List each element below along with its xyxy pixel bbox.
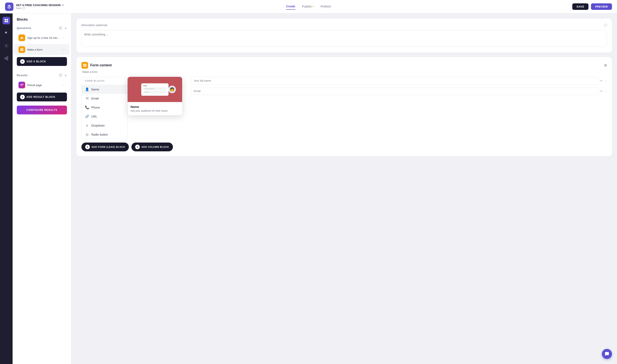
description-card: Description (optional) i: [77, 18, 612, 53]
preview-content: Name Ask your audience for their name.: [128, 102, 182, 115]
svg-rect-8: [21, 50, 23, 50]
sidebar-icon-share[interactable]: [2, 55, 10, 62]
sidebar-icon-flag[interactable]: [2, 29, 10, 37]
sidebar-icon-grid[interactable]: [2, 17, 10, 24]
form-field-row-email: ✏ ···: [191, 87, 607, 95]
results-chevron: ▲: [64, 74, 67, 77]
tab-analyze[interactable]: Analyze: [321, 4, 331, 10]
dropdown-icon: ∨: [85, 123, 89, 127]
form-block-url[interactable]: 🔗 URL: [82, 112, 127, 121]
block-icon-result: [18, 82, 25, 88]
form-subtitle: Make a form: [81, 70, 607, 74]
form-blocks-container: FORM BLOCKS 👤 Name ✉ Email 📞 Phone �: [81, 77, 607, 139]
blocks-panel: Blocks Questions 2 ▲ Sign up for a free …: [13, 13, 71, 364]
results-count: 1: [58, 73, 63, 78]
results-section-header[interactable]: Results 1 ▲: [13, 71, 71, 79]
description-label: Description (optional): [81, 24, 107, 27]
form-block-email[interactable]: ✉ Email: [82, 94, 127, 103]
block-more-result[interactable]: ···: [63, 83, 65, 87]
preview-block-name: Name: [130, 105, 179, 108]
block-more-form[interactable]: ···: [63, 48, 65, 52]
project-info: GET A FREE COACHING SESSION ✏ Form i: [16, 4, 64, 10]
svg-rect-14: [84, 65, 86, 66]
field-more-icon-email[interactable]: ···: [604, 90, 607, 93]
form-blocks-list-header: FORM BLOCKS: [82, 77, 127, 85]
questions-section-header[interactable]: Questions 2 ▲: [13, 24, 71, 32]
url-icon: 🔗: [85, 114, 89, 118]
project-title: GET A FREE COACHING SESSION ✏: [16, 4, 64, 7]
form-fields-area: ✏ ··· ✏ ···: [128, 77, 607, 139]
form-block-dropdown[interactable]: ∨ Dropdown: [82, 121, 127, 130]
nav-tabs: Create Publish • Analyze: [286, 4, 331, 10]
add-block-plus: +: [20, 59, 25, 64]
preview-form-mockup: Form Your full name Email: [141, 83, 168, 96]
form-block-phone[interactable]: 📞 Phone: [82, 103, 127, 112]
logo-area: GET A FREE COACHING SESSION ✏ Form i: [5, 2, 77, 11]
tab-publish[interactable]: Publish •: [302, 4, 314, 10]
configure-results-button[interactable]: CONFIGURE RESULTS: [17, 105, 67, 114]
description-card-header: Description (optional) i: [81, 24, 607, 27]
block-more-signup[interactable]: ···: [63, 36, 65, 40]
form-gear-icon[interactable]: ⚙: [604, 63, 607, 67]
form-email-input[interactable]: [191, 87, 599, 95]
form-block-radio[interactable]: ◎ Radio button: [82, 130, 127, 139]
block-item-result-page[interactable]: Result page ···: [14, 79, 69, 91]
nav-actions: SAVE PREVIEW: [572, 3, 612, 10]
svg-rect-7: [21, 49, 23, 49]
form-content-card: Form content ⚙ Make a form FORM BLOCKS 👤…: [77, 57, 612, 156]
tab-create[interactable]: Create: [286, 4, 295, 10]
main-layout: Blocks Questions 2 ▲ Sign up for a free …: [0, 13, 617, 364]
add-block-button[interactable]: + ADD A BLOCK: [17, 57, 67, 66]
edit-icon[interactable]: ✏: [62, 4, 64, 7]
svg-rect-3: [7, 21, 8, 22]
svg-rect-9: [20, 84, 22, 85]
preview-image: Form Your full name Email 🧑: [128, 77, 182, 102]
add-column-plus: +: [135, 145, 140, 149]
save-button[interactable]: SAVE: [572, 3, 589, 10]
block-icon-form: [18, 46, 25, 53]
block-item-signup[interactable]: Sign up for a free 15-minute c... ···: [14, 32, 69, 43]
field-more-icon-name[interactable]: ···: [604, 79, 607, 82]
sidebar-icon-gear[interactable]: [2, 42, 10, 50]
svg-rect-2: [5, 21, 6, 22]
blocks-panel-title: Blocks: [13, 13, 71, 24]
preview-button[interactable]: PREVIEW: [591, 3, 612, 10]
block-item-form[interactable]: Make a form ···: [14, 44, 69, 55]
field-edit-icon-email[interactable]: ✏: [600, 90, 603, 93]
info-icon[interactable]: i: [22, 7, 25, 10]
svg-point-11: [22, 84, 24, 85]
form-blocks-list: FORM BLOCKS 👤 Name ✉ Email 📞 Phone �: [81, 77, 128, 139]
name-icon: 👤: [85, 87, 89, 91]
field-edit-icon-name[interactable]: ✏: [600, 79, 603, 82]
form-content-header: Form content ⚙: [81, 62, 607, 69]
description-info-icon[interactable]: i: [604, 24, 607, 27]
block-label-form: Make a form: [27, 48, 60, 51]
form-content-title: Form content: [90, 63, 602, 67]
add-form-block-button[interactable]: + ADD FORM (LEAD) BLOCK: [81, 143, 129, 151]
form-name-input[interactable]: [191, 77, 599, 85]
add-form-plus: +: [85, 145, 90, 149]
form-block-name[interactable]: 👤 Name: [82, 85, 127, 94]
description-textarea[interactable]: [81, 30, 607, 47]
svg-rect-10: [20, 85, 22, 85]
add-result-block-button[interactable]: + ADD RESULT BLOCK: [17, 92, 67, 101]
radio-icon: ◎: [85, 132, 89, 136]
project-subtitle: Form i: [16, 7, 64, 10]
questions-chevron: ▲: [64, 26, 67, 29]
content-area: Description (optional) i Form content ⚙ …: [71, 13, 617, 364]
svg-rect-5: [21, 37, 23, 39]
results-label: Results: [17, 74, 28, 77]
form-icon-badge: [81, 62, 88, 69]
logo-icon[interactable]: [5, 2, 13, 11]
add-column-block-button[interactable]: + ADD COLUMN BLOCK: [131, 143, 173, 151]
block-label-result: Result page: [27, 84, 60, 87]
preview-avatar: 🧑: [168, 86, 176, 93]
sidebar-icons: [0, 13, 13, 364]
add-blocks-row: + ADD FORM (LEAD) BLOCK + ADD COLUMN BLO…: [81, 143, 607, 151]
block-label-signup: Sign up for a free 15-minute c...: [27, 36, 60, 39]
email-icon: ✉: [85, 96, 89, 100]
svg-point-4: [6, 45, 7, 46]
questions-label: Questions: [17, 26, 31, 30]
chat-bubble[interactable]: [602, 349, 612, 359]
add-result-plus: +: [20, 95, 25, 99]
